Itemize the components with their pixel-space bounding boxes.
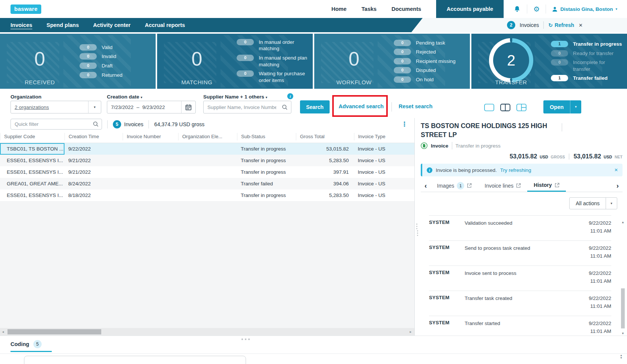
coding-filter-box[interactable] xyxy=(24,356,246,364)
subnav-accrual-reports[interactable]: Accrual reports xyxy=(145,22,185,28)
search-icon[interactable] xyxy=(279,104,291,110)
table-row[interactable]: ESSE01, ESSENSYS I... 9/21/2022 Transfer… xyxy=(0,166,414,178)
user-menu[interactable]: Distasio Gina, Boston ▾ xyxy=(546,6,620,12)
table-row[interactable]: GREA01, GREAT AME... 8/24/2022 Transfer … xyxy=(0,178,414,189)
status-pill-row[interactable]: 0 On hold xyxy=(394,76,465,83)
column-header[interactable]: Invoice Number xyxy=(123,133,178,140)
subnav-spend-plans[interactable]: Spend plans xyxy=(46,22,79,28)
status-pill-row[interactable]: 0 Ready for transfer xyxy=(551,50,622,57)
open-button[interactable]: Open xyxy=(543,100,570,113)
list-options-kebab-icon[interactable]: ⋮ xyxy=(401,120,408,128)
status-pill-row[interactable]: 0 In manual spend plan matching xyxy=(237,55,308,68)
info-icon[interactable]: i xyxy=(287,93,293,99)
external-link-icon[interactable] xyxy=(467,183,472,188)
mini-scroll-control[interactable]: ▲ ▼ xyxy=(620,354,622,359)
status-card[interactable]: 0 WORKFLOW 0 Pending task 0 Rejected xyxy=(314,34,470,89)
external-link-icon[interactable] xyxy=(516,183,521,188)
scroll-down-icon[interactable]: ▼ xyxy=(621,332,625,335)
calendar-button[interactable] xyxy=(181,101,195,113)
status-pill-row[interactable]: 0 Draft xyxy=(80,63,151,69)
status-pill-row[interactable]: 0 Returned xyxy=(80,72,151,79)
tabs-scroll-right-icon[interactable]: › xyxy=(613,182,622,189)
status-card[interactable]: 0 RECEIVED 0 Valid 0 Invalid xyxy=(0,34,156,89)
horizontal-scroll-thumb[interactable] xyxy=(8,329,101,334)
subnav-activity-center[interactable]: Activity center xyxy=(93,22,130,28)
scroll-up-icon[interactable]: ▲ xyxy=(621,221,625,224)
status-pill-row[interactable]: 0 Waiting for purchase order items xyxy=(237,70,308,84)
status-pill-row[interactable]: 0 Recipient missing xyxy=(394,58,465,65)
column-header[interactable]: Creation Time xyxy=(64,133,123,140)
column-header[interactable]: Organization Ele... xyxy=(178,133,237,140)
open-dropdown-toggle[interactable]: ▾ xyxy=(570,100,581,113)
supplier-search-input[interactable] xyxy=(204,104,279,110)
date-range-value[interactable]: 7/23/2022 – 9/23/2022 xyxy=(107,104,181,110)
vertical-scroll-thumb[interactable] xyxy=(621,288,625,328)
history-drag-handle[interactable] xyxy=(417,230,418,236)
horizontal-scrollbar[interactable]: ◄ ► xyxy=(0,328,414,336)
organization-dropdown-toggle[interactable]: ▾ xyxy=(88,101,101,113)
all-actions-button[interactable]: All actions xyxy=(570,198,606,209)
column-header[interactable]: Sub-Status xyxy=(237,133,296,140)
scroll-right-icon[interactable]: ► xyxy=(408,328,414,336)
nav-home[interactable]: Home xyxy=(332,6,346,12)
tabs-scroll-left-icon[interactable]: ‹ xyxy=(421,182,430,189)
status-pill-row[interactable]: 0 Rejected xyxy=(394,49,465,55)
supplier-filter-label[interactable]: Supplier Name + 1 others ▾ xyxy=(203,94,267,100)
settings-gear-icon[interactable]: ⚙ xyxy=(527,5,546,13)
history-entry[interactable]: SYSTEM Validation succeeded 9/22/2022 11… xyxy=(429,215,611,240)
status-pill-row[interactable]: 1 Transfer in progress xyxy=(551,41,622,48)
creation-date-label[interactable]: Creation date ▾ xyxy=(107,94,142,100)
status-card[interactable]: 2 TRANSFER 1 Transfer in progress 0 Read… xyxy=(471,34,627,89)
advanced-search-link[interactable]: Advanced search xyxy=(339,103,384,109)
refresh-button[interactable]: ↻ Refresh xyxy=(548,22,574,28)
organization-value[interactable]: 2 organizations xyxy=(11,104,88,110)
search-icon[interactable] xyxy=(93,121,99,127)
search-button[interactable]: Search xyxy=(300,100,330,113)
status-card[interactable]: 0 MATCHING 0 In manual order matching 0 … xyxy=(157,34,313,89)
tab-accounts-payable[interactable]: Accounts payable xyxy=(436,0,504,18)
detail-tab[interactable]: Images 1 xyxy=(430,179,478,192)
history-entry[interactable]: SYSTEM Send to process task created 9/22… xyxy=(429,240,611,266)
status-pill-row[interactable]: 0 Invalid xyxy=(80,53,151,60)
reset-search-link[interactable]: Reset search xyxy=(399,103,432,109)
three-pane-view-icon[interactable] xyxy=(516,104,526,111)
table-row[interactable]: ESSE01, ESSENSYS I... 9/21/2022 Transfer… xyxy=(0,155,414,166)
table-row[interactable]: TSBC01, TS BOSTON ... 9/22/2022 Transfer… xyxy=(0,143,414,155)
detail-tab[interactable]: Invoice lines xyxy=(478,179,527,192)
nav-tasks[interactable]: Tasks xyxy=(362,6,376,12)
panel-resize-handle[interactable] xyxy=(242,339,250,340)
column-header[interactable]: Supplier Code xyxy=(0,133,64,140)
status-pill-row[interactable]: 0 In manual order matching xyxy=(237,39,308,52)
status-pill-row[interactable]: 0 Pending task xyxy=(394,40,465,46)
nav-documents[interactable]: Documents xyxy=(392,6,421,12)
try-refreshing-link[interactable]: Try refreshing xyxy=(500,167,531,173)
history-timestamp: 9/22/2022 11:01 AM xyxy=(574,219,611,235)
notifications-bell-icon[interactable] xyxy=(507,5,527,13)
single-pane-view-icon[interactable] xyxy=(484,104,494,111)
history-scrollbar[interactable]: ▲ ▼ xyxy=(621,221,625,335)
column-header[interactable]: Gross Total xyxy=(296,133,354,140)
active-tab-underline xyxy=(10,351,52,352)
status-pill-row[interactable]: 0 Incomplete for transfer xyxy=(551,59,622,72)
creation-date-range[interactable]: 7/23/2022 – 9/23/2022 xyxy=(107,101,196,113)
subnav-invoices[interactable]: Invoices xyxy=(10,22,32,28)
column-header[interactable]: Invoice Type xyxy=(354,133,414,140)
table-row[interactable]: ESSE01, ESSENSYS I... 8/18/2022 Transfer… xyxy=(0,189,414,201)
external-link-icon[interactable] xyxy=(555,183,560,188)
panel-drag-handle[interactable] xyxy=(416,224,417,229)
detail-tab[interactable]: History xyxy=(527,179,566,192)
scroll-left-icon[interactable]: ◄ xyxy=(0,328,6,336)
status-pill-row[interactable]: 0 Disputed xyxy=(394,67,465,74)
basware-logo[interactable]: basware xyxy=(10,4,41,14)
close-view-icon[interactable]: ✕ xyxy=(579,22,583,28)
quick-filter-input[interactable] xyxy=(15,121,93,127)
split-pane-view-icon[interactable] xyxy=(500,104,510,111)
banner-close-icon[interactable]: ✕ xyxy=(614,167,618,173)
status-pill-row[interactable]: 1 Transfer failed xyxy=(551,75,622,82)
all-actions-dropdown-toggle[interactable]: ▾ xyxy=(606,198,617,209)
status-pill-row[interactable]: 0 Valid xyxy=(80,44,151,51)
history-entry[interactable]: SYSTEM Transfer task created 9/22/2022 1… xyxy=(429,291,611,316)
organization-select[interactable]: 2 organizations ▾ xyxy=(10,101,101,113)
history-entry[interactable]: SYSTEM Invoice sent to process 9/22/2022… xyxy=(429,266,611,291)
tab-coding[interactable]: Coding 5 xyxy=(10,340,42,348)
